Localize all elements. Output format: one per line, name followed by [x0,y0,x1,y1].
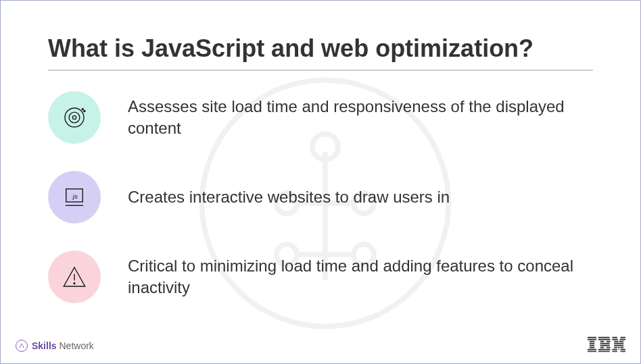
svg-line-24 [20,344,22,347]
svg-rect-32 [588,349,596,350]
svg-rect-39 [600,345,610,346]
skills-network-logo: Skills Network [16,340,94,352]
svg-rect-59 [621,351,625,352]
svg-point-12 [69,112,80,123]
slide-footer: Skills Network [1,336,640,355]
svg-rect-45 [621,337,625,338]
js-file-icon: .js [48,171,101,224]
svg-rect-28 [590,341,594,342]
bullet-item: Assesses site load time and responsivene… [48,91,593,144]
bullet-text: Critical to minimizing load time and add… [128,255,593,299]
svg-rect-53 [618,347,620,348]
svg-rect-46 [612,339,617,340]
svg-rect-51 [614,345,623,346]
svg-point-13 [72,115,76,119]
footer-skills-label: Skills [32,340,57,351]
bullet-text: Creates interactive websites to draw use… [128,186,450,208]
svg-point-15 [84,110,85,111]
svg-rect-34 [598,337,610,338]
svg-rect-40 [600,347,604,348]
svg-rect-58 [612,351,617,352]
svg-rect-52 [614,347,617,348]
svg-rect-44 [612,337,617,338]
footer-network-label: Network [59,340,93,351]
svg-rect-54 [621,347,624,348]
ibm-logo-icon [588,336,625,355]
svg-rect-43 [598,351,610,352]
svg-rect-50 [614,343,623,344]
svg-rect-41 [607,347,611,348]
svg-rect-27 [588,339,596,340]
target-icon [48,91,101,144]
svg-rect-56 [619,349,619,350]
svg-rect-55 [612,349,617,350]
svg-rect-35 [598,339,611,340]
svg-rect-30 [590,345,594,346]
svg-rect-48 [614,341,619,342]
svg-point-14 [82,109,83,110]
svg-rect-57 [621,349,625,350]
svg-rect-37 [607,341,611,342]
svg-rect-29 [590,343,594,344]
svg-rect-36 [600,341,604,342]
svg-point-11 [65,108,84,127]
bullet-text: Assesses site load time and responsivene… [128,96,593,140]
skills-network-badge-icon [16,340,28,352]
bullet-item: .js Creates interactive websites to draw… [48,171,593,224]
svg-rect-42 [598,349,611,350]
svg-point-20 [74,283,75,284]
svg-rect-26 [588,337,596,338]
svg-rect-47 [620,339,625,340]
svg-text:.js: .js [71,192,78,200]
svg-line-25 [22,344,24,347]
svg-rect-38 [600,343,610,344]
svg-rect-33 [588,351,596,352]
svg-rect-49 [619,341,624,342]
bullet-item: Critical to minimizing load time and add… [48,251,593,303]
svg-rect-31 [590,347,594,348]
slide-title: What is JavaScript and web optimization? [48,34,593,71]
warning-triangle-icon [48,251,101,303]
